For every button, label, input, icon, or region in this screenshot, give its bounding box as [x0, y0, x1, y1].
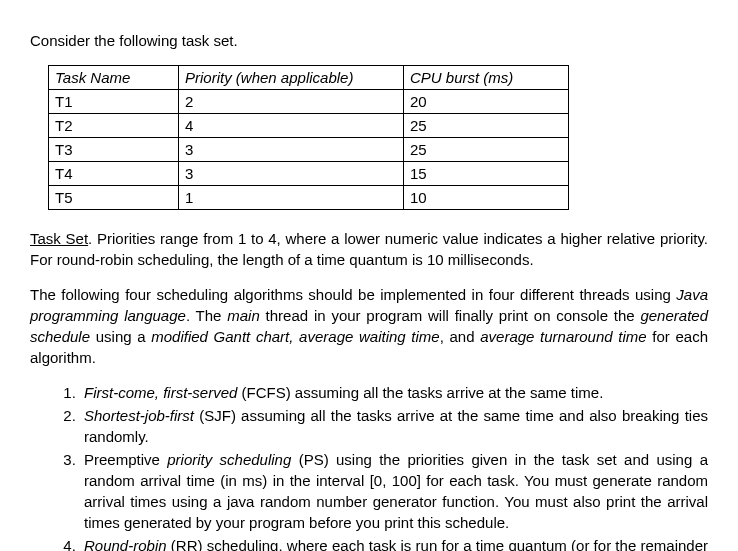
alg-rest: (FCFS) assuming all the tasks arrive at … — [237, 384, 603, 401]
impl-text: thread in your program will finally prin… — [260, 307, 641, 324]
taskset-label: Task Set — [30, 230, 88, 247]
impl-text: , and — [440, 328, 481, 345]
header-priority: Priority (when applicable) — [179, 66, 404, 90]
cell-task-name: T4 — [49, 162, 179, 186]
impl-text: . The — [186, 307, 227, 324]
taskset-text: . Priorities range from 1 to 4, where a … — [30, 230, 708, 268]
list-item: Round-robin (RR) scheduling, where each … — [80, 535, 708, 551]
header-task-name: Task Name — [49, 66, 179, 90]
alg-name: priority scheduling — [167, 451, 291, 468]
impl-text: The following four scheduling algorithms… — [30, 286, 676, 303]
table-row: T4 3 15 — [49, 162, 569, 186]
cell-priority: 3 — [179, 162, 404, 186]
header-burst: CPU burst (ms) — [404, 66, 569, 90]
alg-name: First-come, first-served — [84, 384, 237, 401]
cell-task-name: T2 — [49, 114, 179, 138]
cell-burst: 15 — [404, 162, 569, 186]
algorithm-list: First-come, first-served (FCFS) assuming… — [30, 382, 708, 551]
cell-burst: 25 — [404, 138, 569, 162]
alg-rest: (RR) scheduling, where each task is run … — [84, 537, 708, 551]
implementation-paragraph: The following four scheduling algorithms… — [30, 284, 708, 368]
cell-task-name: T1 — [49, 90, 179, 114]
impl-gantt: modified Gantt chart, average waiting ti… — [151, 328, 439, 345]
cell-burst: 10 — [404, 186, 569, 210]
alg-name: Shortest-job-first — [84, 407, 194, 424]
table-row: T1 2 20 — [49, 90, 569, 114]
cell-burst: 20 — [404, 90, 569, 114]
impl-turnaround: average turnaround time — [480, 328, 646, 345]
alg-pre: Preemptive — [84, 451, 167, 468]
taskset-paragraph: Task Set. Priorities range from 1 to 4, … — [30, 228, 708, 270]
list-item: First-come, first-served (FCFS) assuming… — [80, 382, 708, 403]
cell-burst: 25 — [404, 114, 569, 138]
table-row: T2 4 25 — [49, 114, 569, 138]
impl-main: main — [227, 307, 260, 324]
task-table: Task Name Priority (when applicable) CPU… — [48, 65, 569, 210]
impl-text: using a — [90, 328, 151, 345]
table-header-row: Task Name Priority (when applicable) CPU… — [49, 66, 569, 90]
cell-task-name: T3 — [49, 138, 179, 162]
table-row: T5 1 10 — [49, 186, 569, 210]
cell-priority: 3 — [179, 138, 404, 162]
table-row: T3 3 25 — [49, 138, 569, 162]
intro-text: Consider the following task set. — [30, 30, 708, 51]
list-item: Preemptive priority scheduling (PS) usin… — [80, 449, 708, 533]
cell-priority: 2 — [179, 90, 404, 114]
alg-name: Round-robin — [84, 537, 167, 551]
cell-priority: 4 — [179, 114, 404, 138]
cell-task-name: T5 — [49, 186, 179, 210]
cell-priority: 1 — [179, 186, 404, 210]
list-item: Shortest-job-first (SJF) assuming all th… — [80, 405, 708, 447]
